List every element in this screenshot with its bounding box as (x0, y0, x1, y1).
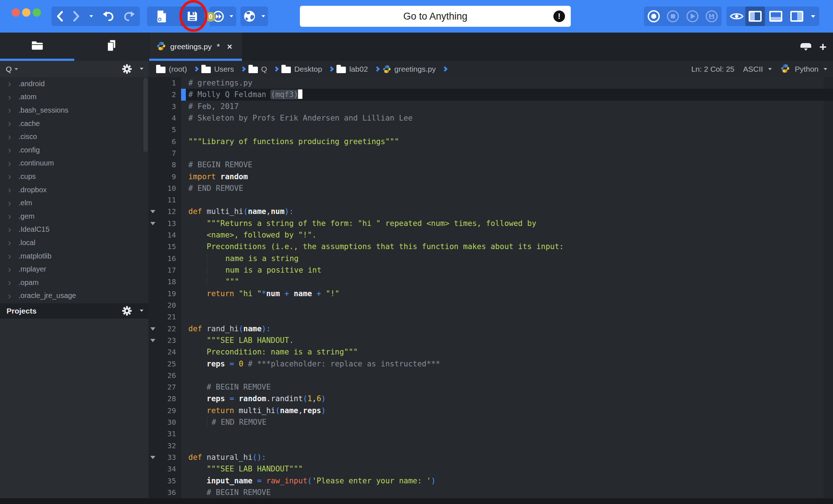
redo-button[interactable] (124, 7, 135, 26)
chevron-right-icon[interactable]: › (8, 251, 14, 261)
breadcrumb-item[interactable]: Desktop (281, 65, 333, 74)
chevron-right-icon[interactable]: › (8, 132, 14, 142)
tree-item[interactable]: ›.cups (0, 170, 148, 183)
line-number[interactable]: 3 (148, 101, 181, 112)
chevron-right-icon[interactable]: › (8, 79, 14, 88)
chevron-right-icon[interactable]: › (8, 211, 14, 221)
chevron-right-icon[interactable]: › (8, 185, 14, 194)
chevron-right-icon[interactable]: › (8, 278, 14, 287)
line-number[interactable]: 15 (148, 241, 181, 252)
line-number[interactable]: 21 (148, 311, 181, 323)
line-number[interactable]: 36 (148, 487, 181, 498)
chevron-right-icon[interactable]: › (8, 92, 14, 102)
projects-settings-button[interactable] (122, 306, 132, 317)
preview-button[interactable] (727, 7, 746, 26)
go-to-anything-input[interactable]: Go to Anything ! (300, 6, 571, 27)
line-number[interactable]: 28 (148, 393, 181, 404)
chevron-right-icon[interactable]: › (8, 198, 14, 208)
chevron-right-icon[interactable]: › (8, 159, 14, 168)
pane-layout-dropdown[interactable] (808, 7, 819, 26)
line-number[interactable]: 32 (148, 440, 181, 452)
window-minimize-button[interactable] (22, 8, 30, 17)
tree-item[interactable]: ›.dropbox (0, 183, 148, 197)
line-number[interactable]: 34 (148, 463, 181, 475)
tree-item[interactable]: ›.matplotlib (0, 249, 148, 263)
tree-item[interactable]: ›.gem (0, 210, 148, 223)
line-number[interactable]: 24 (148, 346, 181, 358)
fold-arrow-icon[interactable] (150, 222, 155, 225)
tree-item[interactable]: ›.cisco (0, 130, 148, 143)
line-number[interactable]: 6 (148, 136, 181, 147)
chevron-right-icon[interactable]: › (8, 291, 14, 301)
tree-item[interactable]: ›.mplayer (0, 262, 148, 276)
line-number[interactable]: 1 (148, 77, 181, 89)
line-number[interactable]: 23 (148, 335, 181, 346)
places-filter-dropdown[interactable]: Q (6, 65, 12, 74)
line-number[interactable]: 7 (148, 147, 181, 159)
macro-save-button[interactable] (702, 7, 721, 26)
undo-button[interactable] (102, 7, 114, 26)
chevron-right-icon[interactable]: › (8, 145, 14, 155)
line-number[interactable]: 2 (148, 89, 181, 100)
chevron-right-icon[interactable]: › (8, 119, 14, 128)
line-number[interactable]: 30 (148, 416, 181, 428)
browser-preview-dropdown[interactable] (259, 7, 267, 26)
macro-record-button[interactable] (644, 7, 663, 26)
line-number[interactable]: 17 (148, 264, 181, 276)
history-dropdown[interactable] (89, 7, 93, 26)
line-number[interactable]: 9 (148, 171, 181, 182)
new-file-button[interactable] (152, 7, 171, 26)
sidebar-tab-places[interactable] (0, 33, 74, 59)
line-number[interactable]: 18 (148, 276, 181, 287)
line-number[interactable]: 20 (148, 299, 181, 311)
line-number[interactable]: 26 (148, 370, 181, 381)
line-number[interactable]: 16 (148, 253, 181, 264)
line-number[interactable]: 13 (148, 218, 181, 229)
tree-item[interactable]: ›.android (0, 77, 148, 91)
line-number[interactable]: 11 (148, 194, 181, 206)
window-close-button[interactable] (12, 8, 20, 17)
tree-item[interactable]: ›.config (0, 143, 148, 157)
encoding-selector[interactable]: ASCII (743, 65, 763, 74)
line-number[interactable]: 12 (148, 206, 181, 217)
toggle-left-pane-button[interactable] (745, 7, 765, 26)
line-number[interactable]: 25 (148, 358, 181, 370)
save-button[interactable] (180, 7, 204, 26)
forward-button[interactable] (73, 7, 80, 26)
fold-arrow-icon[interactable] (150, 456, 155, 459)
tree-item[interactable]: ›.continuum (0, 157, 148, 170)
back-button[interactable] (56, 7, 63, 26)
places-settings-button[interactable] (122, 64, 132, 75)
line-number[interactable]: 31 (148, 428, 181, 440)
sidebar-tab-open-files[interactable] (74, 33, 148, 59)
line-number[interactable]: 22 (148, 323, 181, 335)
tree-item[interactable]: ›.elm (0, 196, 148, 210)
tab-close-icon[interactable]: × (227, 42, 232, 51)
tree-item[interactable]: ›.cache (0, 117, 148, 130)
projects-panel-header[interactable]: Projects (0, 303, 148, 319)
line-number[interactable]: 10 (148, 182, 181, 194)
line-number[interactable]: 19 (148, 288, 181, 299)
line-number[interactable]: 14 (148, 229, 181, 241)
new-tab-button[interactable]: + (819, 41, 826, 53)
line-number[interactable]: 4 (148, 112, 181, 124)
fold-arrow-icon[interactable] (150, 339, 155, 342)
line-number[interactable]: 5 (148, 124, 181, 135)
breadcrumb-item[interactable]: Q (248, 65, 278, 74)
tree-item[interactable]: ›.opam (0, 276, 148, 289)
breadcrumb-item[interactable]: lab02 (336, 65, 379, 74)
line-number[interactable]: 29 (148, 405, 181, 416)
fold-arrow-icon[interactable] (150, 327, 155, 331)
tree-item[interactable]: ›.oracle_jre_usage (0, 289, 148, 303)
line-number[interactable]: 8 (148, 159, 181, 171)
tree-item[interactable]: ›.bash_sessions (0, 104, 148, 117)
macro-stop-button[interactable] (664, 7, 683, 26)
tab-greetings-py[interactable]: greetings.py * × (149, 33, 242, 61)
breadcrumb-item[interactable]: greetings.py (382, 65, 447, 74)
code-editor[interactable]: 1# greetings.py2# Molly Q Feldman (mqf3)… (148, 77, 833, 498)
window-zoom-button[interactable] (33, 8, 41, 17)
breadcrumb-item[interactable]: (root) (156, 65, 198, 74)
tree-item[interactable]: ›.local (0, 236, 148, 249)
fold-arrow-icon[interactable] (150, 210, 155, 213)
open-tabs-list-button[interactable] (800, 43, 811, 51)
